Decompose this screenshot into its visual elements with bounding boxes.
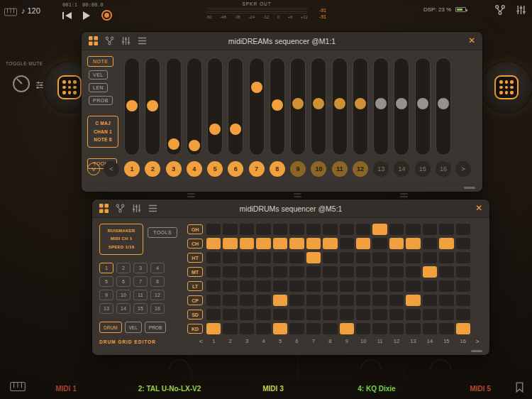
seq-step-12[interactable]: 12	[353, 161, 368, 177]
seq-slider-2[interactable]	[145, 58, 160, 155]
drum-cell-lt-11[interactable]	[372, 280, 387, 292]
drum-col-14[interactable]: 14	[423, 337, 437, 346]
drum-col-9[interactable]: 9	[340, 337, 354, 346]
drum-pad-6[interactable]: 6	[116, 276, 131, 287]
drum-cell-sd-7[interactable]	[306, 309, 321, 320]
drum-pad-16[interactable]: 16	[150, 303, 165, 314]
drum-col-2[interactable]: 2	[223, 337, 237, 346]
drum-cell-cp-9[interactable]	[340, 295, 354, 306]
seq-step-6[interactable]: 6	[228, 161, 243, 177]
window-titlebar[interactable]: midiDRUMs sequencer @M5:1 ✕	[92, 200, 489, 218]
grid-view-icon[interactable]	[89, 36, 98, 45]
drum-cell-mt-14[interactable]	[423, 266, 437, 278]
drum-cell-kd-11[interactable]	[372, 323, 387, 334]
drum-cell-sd-13[interactable]	[406, 309, 420, 320]
drum-cell-sd-2[interactable]	[223, 309, 237, 320]
drum-cell-ch-7[interactable]	[306, 238, 321, 249]
drum-cell-ch-6[interactable]	[289, 238, 304, 249]
drum-cell-mt-15[interactable]	[439, 266, 453, 278]
drum-cell-cp-3[interactable]	[240, 295, 254, 306]
resize-handle[interactable]	[471, 350, 482, 352]
drum-cell-oh-2[interactable]	[223, 224, 237, 235]
drum-cell-cp-16[interactable]	[456, 295, 470, 306]
output-meter[interactable]: SPKR OUT -60-48-36-24-120+6+12 -91 -91	[206, 1, 326, 19]
drum-cell-kd-12[interactable]	[389, 323, 404, 334]
drum-row-label-ch[interactable]: CH	[187, 239, 203, 248]
mode-prob-button[interactable]: PROB	[145, 322, 166, 333]
drum-cell-lt-3[interactable]	[240, 280, 254, 292]
drum-cell-sd-9[interactable]	[340, 309, 354, 320]
drum-cell-kd-10[interactable]	[356, 323, 370, 334]
mode-vel-button[interactable]: VEL	[125, 322, 142, 333]
prob-button[interactable]: PROB	[89, 96, 113, 105]
drum-cell-mt-13[interactable]	[406, 266, 420, 278]
drum-cell-ht-11[interactable]	[372, 252, 387, 263]
drum-pad-9[interactable]: 9	[99, 290, 113, 300]
vel-button[interactable]: VEL	[89, 70, 108, 80]
drum-cell-lt-1[interactable]	[206, 280, 221, 292]
drum-cell-mt-9[interactable]	[340, 266, 354, 278]
drum-col-10[interactable]: 10	[356, 337, 370, 346]
drum-cell-lt-9[interactable]	[340, 280, 354, 292]
seq-slider-11[interactable]	[332, 58, 348, 155]
drum-cell-ch-1[interactable]	[206, 238, 221, 249]
scale-info-box[interactable]: C MAJCHAN 1NOTE 8	[87, 116, 118, 148]
drum-row-label-lt[interactable]: LT	[187, 281, 203, 291]
drum-cell-kd-13[interactable]	[406, 323, 420, 334]
drum-cell-kd-9[interactable]	[340, 323, 354, 334]
drum-cell-ht-5[interactable]	[273, 252, 287, 263]
drum-cell-mt-2[interactable]	[223, 266, 237, 278]
drum-cell-sd-4[interactable]	[256, 309, 270, 320]
drum-cell-mt-4[interactable]	[256, 266, 270, 278]
drum-cell-ch-4[interactable]	[256, 238, 270, 249]
mixer-channel-3[interactable]: MIDI 3	[221, 378, 325, 399]
drum-cell-ch-12[interactable]	[389, 238, 404, 249]
seq-slider-6[interactable]	[228, 58, 243, 155]
seq-step-2[interactable]: 2	[145, 161, 160, 177]
drum-cell-ht-10[interactable]	[356, 252, 370, 263]
seq-step-16[interactable]: 16	[436, 161, 451, 177]
drum-cell-ht-8[interactable]	[323, 252, 337, 263]
channel-settings-icon[interactable]	[35, 80, 44, 92]
drum-cell-mt-10[interactable]	[356, 266, 370, 278]
drum-cols-next[interactable]: >	[472, 337, 482, 346]
drum-col-12[interactable]: 12	[389, 337, 404, 346]
tools-button[interactable]: TOOLS	[148, 227, 177, 238]
drum-col-3[interactable]: 3	[240, 337, 254, 346]
drum-cell-cp-13[interactable]	[406, 295, 420, 306]
drum-pad-5[interactable]: 5	[99, 276, 113, 287]
drum-cell-oh-7[interactable]	[306, 224, 321, 235]
drum-pad-10[interactable]: 10	[116, 290, 131, 300]
close-icon[interactable]: ✕	[475, 203, 482, 213]
drum-cell-ch-3[interactable]	[240, 238, 254, 249]
record-button[interactable]	[101, 10, 112, 21]
seq-step-1[interactable]: 1	[124, 161, 140, 177]
drum-cell-lt-14[interactable]	[423, 280, 437, 292]
drum-cell-mt-16[interactable]	[456, 266, 470, 278]
bookmark-icon[interactable]	[516, 382, 523, 395]
mixer-channel-2[interactable]: 2: TAL U-No-LX-V2	[118, 378, 221, 399]
drum-cell-kd-4[interactable]	[256, 323, 270, 334]
drum-cell-ht-2[interactable]	[223, 252, 237, 263]
drum-cell-kd-6[interactable]	[289, 323, 304, 334]
drum-row-label-ht[interactable]: HT	[187, 253, 203, 263]
drum-cell-ht-15[interactable]	[439, 252, 453, 263]
drum-col-1[interactable]: 1	[206, 337, 221, 346]
drum-cell-ht-3[interactable]	[240, 252, 254, 263]
drum-cell-kd-8[interactable]	[323, 323, 337, 334]
drum-col-5[interactable]: 5	[273, 337, 287, 346]
faders-view-icon[interactable]	[121, 36, 131, 45]
drum-cell-kd-7[interactable]	[306, 323, 321, 334]
keyboard-icon[interactable]	[4, 6, 17, 19]
drum-cell-ht-12[interactable]	[389, 252, 404, 263]
drum-cell-lt-8[interactable]	[323, 280, 337, 292]
drum-row-label-mt[interactable]: MT	[187, 267, 203, 277]
faders-view-icon[interactable]	[132, 204, 141, 213]
seq-step-14[interactable]: 14	[394, 161, 409, 177]
seq-step-11[interactable]: 11	[332, 161, 348, 177]
drum-cell-oh-9[interactable]	[340, 224, 354, 235]
seq-slider-8[interactable]	[270, 58, 285, 155]
drum-pad-15[interactable]: 15	[133, 303, 148, 314]
seq-step-15[interactable]: 15	[415, 161, 431, 177]
seq-slider-7[interactable]	[249, 58, 265, 155]
